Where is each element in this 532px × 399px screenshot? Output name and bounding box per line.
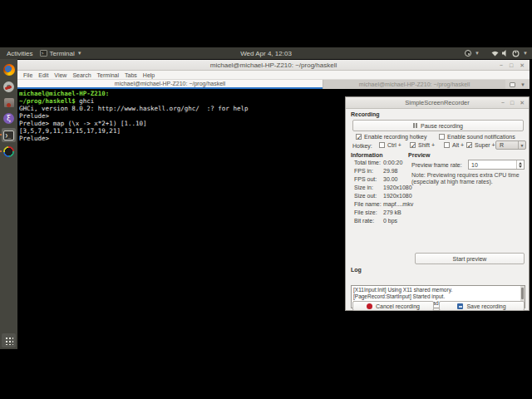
save-recording-label: Save recording <box>466 303 505 309</box>
info-label: Total time: <box>354 160 381 165</box>
terminal-text: GHCi, version 8.0.2: http://www.haskell.… <box>19 105 248 112</box>
terminal-tab-inactive[interactable]: michael@michael-HP-Z210: ~/prog/haskell <box>323 80 505 89</box>
close-icon[interactable]: ✕ <box>520 62 525 68</box>
minimize-icon[interactable]: − <box>501 100 505 106</box>
terminal-icon: ❯_ <box>3 131 14 140</box>
checkbox-label: Enable recording hotkey <box>364 134 427 140</box>
maximize-icon[interactable]: □ <box>510 62 513 68</box>
running-indicator-dot <box>0 150 2 152</box>
pause-recording-label: Pause recording <box>421 123 463 129</box>
info-label: File name: <box>354 201 382 207</box>
information-rows: Total time:0:00:20FPS in:29.98FPS out:30… <box>354 160 433 226</box>
spinbox-arrows[interactable] <box>516 160 524 169</box>
dock-item-screen-recorder[interactable] <box>2 145 16 159</box>
modifier-ctrl-checkbox[interactable]: Ctrl + <box>379 142 401 148</box>
screen-recorder-icon <box>3 146 14 157</box>
info-value: 1920x1080 <box>383 185 412 190</box>
checkbox-label: Super + <box>475 142 495 148</box>
info-value: 0 bps <box>383 218 397 224</box>
checkbox-checked-icon <box>466 142 472 148</box>
tab-controls: ▼ <box>505 80 530 89</box>
note-line: Note: Previewing requires extra CPU time <box>411 172 520 179</box>
start-preview-button[interactable]: Start preview <box>415 253 525 264</box>
activities-button[interactable]: Activities <box>0 50 40 57</box>
preview-frame-rate-spinbox[interactable]: 10 <box>468 160 525 170</box>
show-applications-button[interactable] <box>2 333 16 347</box>
app-menu-button[interactable]: > Terminal ▼ <box>40 50 82 57</box>
menu-item-help[interactable]: Help <box>143 72 155 78</box>
volume-icon[interactable] <box>502 50 509 57</box>
menu-item-terminal[interactable]: Terminal <box>97 72 119 78</box>
log-line: [X11Input:Init] Using X11 shared memory. <box>353 287 518 293</box>
checkbox-unchecked-icon <box>444 142 450 148</box>
running-indicator-dot <box>0 134 2 135</box>
checkbox-label: Shift + <box>418 142 435 148</box>
terminal-text: Prelude> <box>19 112 53 120</box>
dock-item-firefox[interactable] <box>2 62 16 76</box>
dock-item-emacs[interactable]: ξ <box>2 111 16 126</box>
preview-note: Note: Previewing requires extra CPU time… <box>411 172 520 185</box>
terminal-menubar: FileEditViewSearchTerminalTabsHelp <box>17 71 530 80</box>
gnome-top-bar: Activities > Terminal ▼ Wed Apr 4, 12:03… <box>0 47 532 59</box>
terminal-window-title: michael@michael-HP-Z210: ~/prog/haskell <box>17 62 530 69</box>
wifi-icon[interactable] <box>491 50 499 57</box>
modifier-alt-checkbox[interactable]: Alt + <box>444 142 464 148</box>
enable-sound-notifications-checkbox[interactable]: Enable sound notifications <box>439 134 515 140</box>
minimize-icon[interactable]: − <box>500 62 503 68</box>
chevron-down-icon: ▼ <box>518 141 525 149</box>
terminal-tab-active[interactable]: michael@michael-HP-Z210: ~/prog/haskell <box>17 80 323 89</box>
app-menu-label: Terminal <box>50 50 75 57</box>
cancel-recording-button[interactable]: Cancel recording <box>352 301 434 311</box>
record-stop-icon <box>367 303 372 309</box>
terminal-tabbar: michael@michael-HP-Z210: ~/prog/haskell … <box>17 80 530 89</box>
preview-frame-rate-label: Preview frame rate: <box>411 162 462 168</box>
info-label: Size out: <box>354 193 377 199</box>
menu-item-tabs[interactable]: Tabs <box>125 72 137 78</box>
dock-item-utility[interactable] <box>2 80 16 94</box>
terminal-titlebar[interactable]: michael@michael-HP-Z210: ~/prog/haskell … <box>17 60 530 71</box>
menu-item-search[interactable]: Search <box>72 72 91 78</box>
pause-icon <box>413 123 417 128</box>
chevron-down-icon[interactable]: ▼ <box>523 51 528 56</box>
window-controls: − □ ✕ <box>500 62 530 68</box>
menu-item-file[interactable]: File <box>23 72 32 78</box>
hotkey-key-select[interactable]: R ▼ <box>495 140 526 150</box>
info-value: 279 kB <box>383 209 401 215</box>
info-label: FPS out: <box>354 176 377 182</box>
tab-list-chevron-icon[interactable]: ▼ <box>520 82 525 87</box>
menu-item-edit[interactable]: Edit <box>38 72 48 78</box>
enable-recording-hotkey-checkbox[interactable]: Enable recording hotkey <box>356 134 427 140</box>
log-line: [PageRecord:StartInput] Started input. <box>353 293 518 300</box>
ssr-titlebar[interactable]: SimpleScreenRecorder − □ ✕ <box>346 97 529 109</box>
close-icon[interactable]: ✕ <box>520 100 525 106</box>
favorites-dock: ξ ❯_ <box>0 59 17 349</box>
power-icon[interactable] <box>512 50 520 57</box>
spin-up-icon <box>519 162 522 165</box>
save-recording-button[interactable]: Save recording <box>439 301 525 311</box>
terminal-text: [3,5,7,9,11,13,15,17,19,21] <box>19 127 121 135</box>
chevron-down-icon[interactable]: ▼ <box>475 51 480 56</box>
stamp-icon <box>4 98 14 107</box>
firefox-icon <box>3 64 15 76</box>
log-section-label: Log <box>351 267 362 273</box>
dock-item-stamp[interactable] <box>2 96 16 110</box>
terminal-text: michael@michael-HP-Z210: <box>19 90 109 97</box>
maximize-icon[interactable]: □ <box>510 100 514 106</box>
checkbox-label: Enable sound notifications <box>447 134 515 140</box>
emacs-icon: ξ <box>3 113 14 124</box>
dock-item-terminal[interactable]: ❯_ <box>2 128 16 142</box>
menu-item-view[interactable]: View <box>54 72 66 78</box>
cancel-recording-label: Cancel recording <box>376 303 420 309</box>
modifier-shift-checkbox[interactable]: Shift + <box>410 142 435 148</box>
utility-disc-icon <box>3 81 14 92</box>
checkbox-label: Alt + <box>452 142 464 148</box>
scrollbar-thumb[interactable] <box>521 288 524 299</box>
pause-recording-button[interactable]: Pause recording <box>352 120 524 131</box>
status-circle-icon[interactable] <box>465 50 471 57</box>
new-tab-icon[interactable] <box>510 82 515 87</box>
checkbox-checked-icon <box>410 142 416 148</box>
frame-rate-value: 10 <box>469 162 478 168</box>
modifier-super-checkbox[interactable]: Super + <box>466 142 495 148</box>
info-row: File name:mapf....mkv <box>354 201 433 209</box>
info-row: File size:279 kB <box>354 209 433 218</box>
